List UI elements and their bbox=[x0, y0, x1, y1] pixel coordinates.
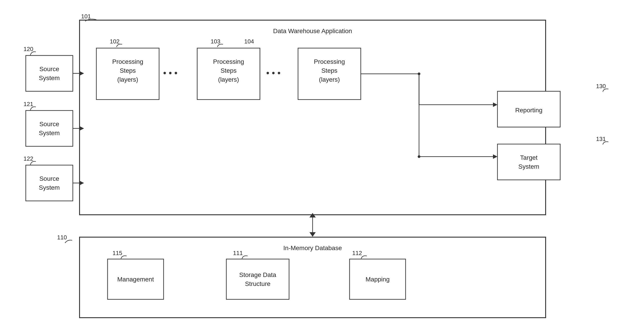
proc-steps-label-3b: Steps bbox=[321, 67, 338, 74]
ref-112-arrow bbox=[361, 256, 367, 259]
target-system-box bbox=[498, 144, 560, 180]
source-system-label-2a: Source bbox=[40, 121, 60, 128]
ref-131: 131 bbox=[596, 136, 606, 142]
ref-111: 111 bbox=[233, 250, 243, 256]
ref-130: 130 bbox=[596, 83, 606, 89]
source-system-box-3 bbox=[26, 165, 73, 201]
ref-120: 120 bbox=[24, 46, 33, 52]
source-system-label-3a: Source bbox=[40, 175, 60, 182]
dots-1-2: • • • bbox=[163, 68, 178, 78]
target-system-label-a: Target bbox=[520, 154, 538, 161]
mapping-label: Mapping bbox=[366, 276, 390, 283]
management-label: Management bbox=[117, 276, 154, 283]
ref-115: 115 bbox=[112, 250, 122, 256]
split-node bbox=[418, 72, 420, 75]
arrow-ss2-dwa-head bbox=[80, 126, 84, 131]
dwa-title: Data Warehouse Application bbox=[273, 27, 352, 34]
ref-122: 122 bbox=[24, 155, 33, 162]
split-node-2 bbox=[418, 155, 420, 158]
arrow-ss1-dwa-head bbox=[80, 71, 84, 76]
ref-103: 103 bbox=[211, 38, 220, 45]
dots-2-3: • • • bbox=[266, 68, 280, 78]
arrow-ss3-dwa-head bbox=[80, 181, 84, 185]
proc-steps-label-2b: Steps bbox=[220, 67, 237, 74]
proc-steps-label-3a: Processing bbox=[314, 58, 345, 65]
target-system-label-b: System bbox=[518, 163, 539, 170]
source-system-label-3b: System bbox=[39, 184, 60, 191]
ref-102: 102 bbox=[110, 38, 120, 45]
diagram-container: Data Warehouse Application 101 120 Sourc… bbox=[0, 0, 644, 332]
proc-steps-label-2c: (layers) bbox=[218, 76, 239, 83]
proc-steps-label-1c: (layers) bbox=[117, 76, 138, 83]
proc-steps-label-1a: Processing bbox=[112, 58, 144, 65]
source-system-label-1a: Source bbox=[40, 66, 60, 72]
ref-121: 121 bbox=[24, 101, 33, 107]
source-system-box-1 bbox=[26, 55, 73, 91]
imdb-title: In-Memory Database bbox=[283, 245, 342, 251]
ref-110: 110 bbox=[57, 234, 67, 241]
proc-steps-label-2a: Processing bbox=[213, 58, 244, 65]
storage-data-label-a: Storage Data bbox=[239, 271, 276, 278]
arrow-to-target-head bbox=[493, 154, 498, 159]
source-system-box-2 bbox=[26, 111, 73, 146]
proc-steps-label-1b: Steps bbox=[120, 67, 136, 74]
ref-111-arrow bbox=[242, 256, 248, 259]
arrow-to-reporting-head bbox=[493, 102, 498, 107]
source-system-label-1b: System bbox=[39, 74, 60, 81]
arrow-dwa-db-down-head bbox=[310, 232, 316, 237]
source-system-label-2b: System bbox=[39, 130, 60, 137]
proc-steps-label-3c: (layers) bbox=[319, 76, 340, 83]
ref-112: 112 bbox=[352, 250, 362, 256]
ref-104: 104 bbox=[244, 38, 254, 45]
storage-data-label-b: Structure bbox=[245, 280, 270, 287]
storage-data-box bbox=[226, 259, 289, 299]
ref-101: 101 bbox=[81, 13, 91, 20]
reporting-label: Reporting bbox=[515, 107, 542, 114]
